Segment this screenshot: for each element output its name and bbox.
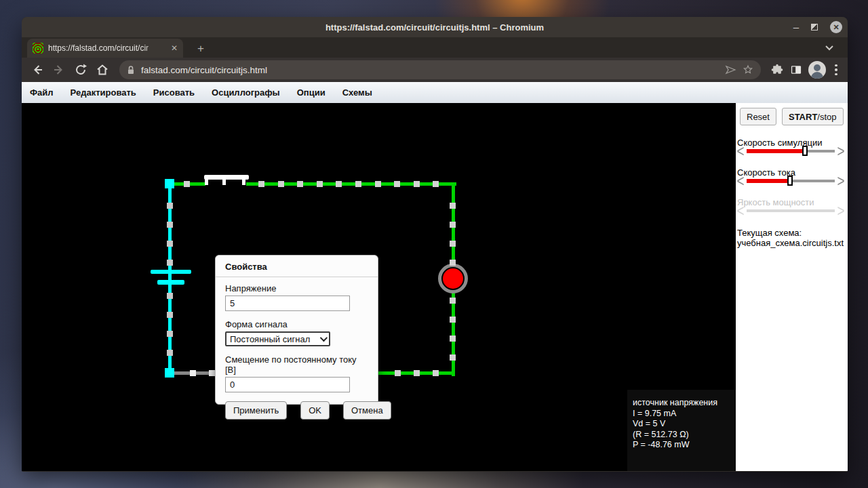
forward-icon[interactable] (50, 61, 68, 79)
minimize-icon[interactable]: – (793, 24, 799, 30)
menu-scopes[interactable]: Осциллографы (212, 87, 280, 98)
node-top-left[interactable] (165, 179, 174, 188)
restore-icon[interactable] (811, 24, 818, 30)
tab-close-icon[interactable]: ✕ (171, 43, 178, 53)
slider-handle[interactable] (787, 176, 793, 186)
power-brightness-slider: < > (736, 205, 846, 216)
browser-toolbar: falstad.com/circuit/circuitjs.html (22, 58, 848, 82)
voltage-label: Напряжение (225, 283, 368, 293)
menu-options[interactable]: Опции (297, 87, 326, 98)
current-speed-slider[interactable]: < > (736, 176, 846, 186)
falstad-favicon-icon (33, 43, 43, 54)
dc-offset-input[interactable] (225, 377, 350, 392)
slider-left-arrow-icon: < (736, 205, 745, 217)
menu-edit[interactable]: Редактировать (71, 87, 136, 98)
voltage-source-positive-plate[interactable] (151, 270, 191, 274)
window-title: https://falstad.com/circuit/circuitjs.ht… (326, 22, 544, 33)
slider-left-arrow-icon[interactable]: < (736, 175, 745, 187)
extensions-puzzle-icon[interactable] (770, 63, 784, 77)
reload-icon[interactable] (72, 61, 90, 79)
start-stop-button[interactable]: START/stop (782, 108, 844, 125)
browser-window: https://falstad.com/circuit/circuitjs.ht… (22, 17, 848, 472)
tab-falstad[interactable]: https://falstad.com/circuit/cir ✕ (27, 39, 183, 58)
current-circuit-label: Текущая схема: (737, 228, 802, 238)
dc-offset-label: Смещение по постоянному току [В] (225, 354, 368, 375)
slider-right-arrow-icon[interactable]: > (836, 175, 846, 187)
switch-post (242, 180, 245, 185)
dialog-title: Свойства (216, 256, 378, 277)
bookmark-star-icon[interactable] (742, 64, 754, 76)
switch-post (205, 180, 208, 185)
menu-circuits[interactable]: Схемы (342, 87, 372, 98)
waveform-label: Форма сигнала (225, 319, 368, 329)
circuit-menubar: Файл Редактировать Рисовать Осциллографы… (22, 82, 848, 103)
control-sidebar: Reset START/stop Скорость симуляции < > … (736, 103, 848, 471)
waveform-selected-value: Постоянный сигнал (230, 334, 316, 344)
url-text[interactable]: falstad.com/circuit/circuitjs.html (141, 65, 719, 75)
voltage-source-negative-plate[interactable] (157, 280, 184, 285)
slider-right-arrow-icon: > (836, 205, 846, 217)
menu-kebab-icon[interactable] (831, 64, 841, 76)
desktop-background: https://falstad.com/circuit/circuitjs.ht… (0, 0, 868, 488)
tab-search-chevron-icon[interactable] (823, 41, 835, 54)
slider-right-arrow-icon[interactable]: > (836, 145, 846, 157)
wire-left-selected[interactable] (168, 182, 172, 373)
switch-post (222, 180, 226, 185)
waveform-select[interactable]: Постоянный сигнал (225, 331, 330, 346)
switch[interactable] (204, 175, 249, 180)
menu-file[interactable]: Файл (30, 87, 54, 98)
reset-button[interactable]: Reset (740, 108, 776, 125)
slider-handle[interactable] (802, 146, 808, 156)
info-voltage: Vd = 5 V (633, 419, 736, 430)
properties-dialog: Свойства Напряжение Форма сигнала Постоя… (215, 255, 378, 405)
back-icon[interactable] (28, 61, 46, 79)
node-bottom-left[interactable] (165, 368, 174, 378)
info-current: I = 9.75 mA (633, 409, 736, 420)
home-icon[interactable] (94, 61, 111, 79)
info-resistance: (R = 512.73 Ω) (633, 430, 736, 441)
new-tab-button[interactable]: + (193, 41, 209, 57)
lock-icon (126, 65, 136, 75)
close-icon[interactable]: ✕ (830, 21, 842, 33)
circuit-canvas[interactable]: источник напряжения I = 9.75 mA Vd = 5 V… (22, 103, 736, 471)
current-circuit-file: учебная_схема.circuitjs.txt (737, 238, 844, 248)
info-power: P = -48.76 mW (633, 440, 736, 451)
menu-draw[interactable]: Рисовать (153, 87, 195, 98)
chevron-down-icon (320, 334, 328, 342)
ok-button[interactable]: OK (300, 401, 330, 420)
send-icon[interactable] (724, 64, 736, 76)
voltage-input[interactable] (225, 296, 350, 311)
sim-speed-slider[interactable]: < > (736, 146, 846, 157)
slider-left-arrow-icon[interactable]: < (736, 145, 745, 157)
info-element-name: источник напряжения (633, 398, 736, 409)
apply-button[interactable]: Применить (225, 401, 287, 420)
tab-strip: https://falstad.com/circuit/cir ✕ + (22, 37, 848, 58)
side-panel-icon[interactable] (789, 63, 803, 77)
profile-avatar[interactable] (808, 61, 826, 79)
tab-title: https://falstad.com/circuit/cir (48, 43, 166, 53)
element-info-panel: источник напряжения I = 9.75 mA Vd = 5 V… (627, 390, 736, 471)
window-titlebar[interactable]: https://falstad.com/circuit/circuitjs.ht… (22, 17, 848, 37)
led-lit[interactable] (443, 268, 463, 289)
address-bar[interactable]: falstad.com/circuit/circuitjs.html (119, 60, 761, 79)
cancel-button[interactable]: Отмена (343, 401, 391, 420)
